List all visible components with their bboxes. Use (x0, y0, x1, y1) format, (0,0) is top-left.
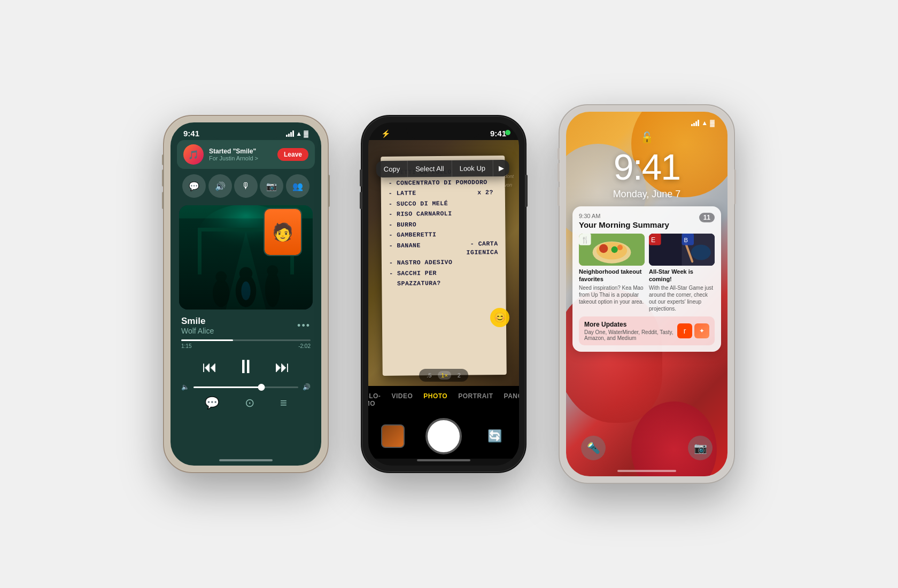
more-updates[interactable]: More Updates Day One, WaterMinder, Reddi… (579, 316, 715, 345)
ocr-emoji-button[interactable]: 😊 (490, 308, 509, 327)
leave-button[interactable]: Leave (277, 148, 308, 161)
volume-up-button-2[interactable] (360, 169, 362, 187)
flashlight-button[interactable]: 🔦 (581, 436, 606, 460)
home-bar-2 (417, 459, 470, 461)
volume-down-button[interactable] (162, 192, 164, 209)
fast-forward-button[interactable]: ⏭ (275, 358, 290, 376)
signal-bar-3-1 (691, 124, 693, 126)
signal-bar-1 (286, 135, 288, 137)
svg-text:🍴: 🍴 (581, 236, 590, 244)
volume-low-icon: 🔈 (181, 383, 189, 391)
volume-bar[interactable] (193, 386, 298, 388)
mic-button[interactable]: 🎙 (234, 174, 258, 198)
volume-down-button-2[interactable] (360, 192, 362, 209)
svg-point-26 (691, 245, 711, 260)
notification-badge: 11 (699, 213, 715, 222)
song-info: Smile Wolf Alice ••• (171, 312, 321, 337)
pause-button[interactable]: ⏸ (236, 355, 256, 378)
camera-modes: SLO-MO VIDEO PHOTO PORTRAIT PANO (368, 386, 519, 414)
more-updates-icons: r ✦ (677, 323, 709, 338)
shutter-button[interactable] (425, 418, 462, 454)
video-button[interactable]: 📷 (260, 174, 283, 198)
news-desc-1: Need inspiration? Kea Mao from Up Thai i… (579, 284, 645, 305)
video-mode[interactable]: VIDEO (391, 392, 413, 407)
slo-mo-mode[interactable]: SLO-MO (368, 392, 381, 407)
gallery-thumbnail[interactable] (381, 424, 405, 448)
camera-viewfinder: dont yon Copy Select All Look Up ▶ (368, 140, 519, 386)
select-all-menu-item[interactable]: Select All (408, 160, 452, 177)
silent-switch-3[interactable] (558, 148, 560, 160)
camera-shortcut-button[interactable]: 📷 (688, 436, 713, 460)
shutter-inner (430, 422, 458, 450)
power-button-2[interactable] (525, 175, 528, 207)
volume-down-button-3[interactable] (558, 187, 560, 206)
song-artist: Wolf Alice (181, 327, 214, 335)
power-button[interactable] (328, 175, 330, 207)
reddit-symbol: r (684, 327, 686, 335)
album-art: 🧑 (179, 205, 313, 310)
zoom-2x-button[interactable]: 2 (454, 371, 464, 380)
pano-mode[interactable]: PANO (504, 392, 519, 407)
photo-mode[interactable]: PHOTO (423, 392, 447, 407)
note-line-10: - SACCHI PER (389, 267, 498, 278)
context-menu: Copy Select All Look Up ▶ (376, 160, 510, 177)
rewind-button[interactable]: ⏮ (202, 358, 217, 376)
notification-title: Your Morning Summary (579, 220, 669, 229)
shareplay-banner[interactable]: 🎵 Started "Smile" For Justin Arnold > Le… (177, 140, 315, 169)
more-updates-text: More Updates Day One, WaterMinder, Reddi… (584, 321, 677, 341)
news-grid: 🍴 Neighborhood takeout favorites Need in… (579, 234, 715, 312)
signal-bar-4 (292, 130, 294, 137)
signal-bar-3-3 (695, 121, 697, 126)
more-updates-desc: Day One, WaterMinder, Reddit, Tasty, Ama… (584, 329, 677, 341)
note-line-6: - BURRO (389, 219, 498, 230)
signal-bars-3 (691, 120, 699, 126)
svg-point-16 (599, 244, 608, 253)
portrait-mode[interactable]: PORTRAIT (458, 392, 493, 407)
power-button-3[interactable] (734, 169, 736, 204)
people-icon: 👥 (292, 181, 303, 191)
tasty-symbol: ✦ (699, 327, 705, 335)
notch-1 (208, 122, 283, 138)
volume-up-button[interactable] (162, 169, 164, 187)
airplay-button[interactable]: ⊙ (245, 396, 254, 410)
speaker-button[interactable]: 🔊 (208, 174, 232, 198)
signal-bar-2 (288, 134, 290, 137)
notch-3 (609, 112, 684, 128)
chat-button[interactable]: 💬 (182, 174, 206, 198)
time-elapsed: 1:15 (181, 343, 191, 349)
time-remaining: -2:02 (298, 343, 311, 349)
speaker-icon: 🔊 (215, 181, 226, 191)
wifi-icon-1: ▲ (296, 130, 302, 137)
reddit-icon: r (677, 323, 692, 338)
flashlight-icon: 🔦 (587, 442, 600, 454)
zoom-0.5-button[interactable]: .5 (423, 371, 435, 380)
look-up-menu-item[interactable]: Look Up (452, 160, 493, 177)
facetime-thumbnail[interactable]: 🧑 (264, 208, 302, 256)
video-icon: 📷 (266, 181, 277, 191)
shareplay-text: Started "Smile" For Justin Arnold > (209, 148, 272, 161)
more-button[interactable]: ••• (297, 320, 311, 331)
people-button[interactable]: 👥 (286, 174, 309, 198)
phone-1: 9:41 ▲ ▓ 🎵 (163, 115, 329, 473)
news-item-1[interactable]: 🍴 Neighborhood takeout favorites Need in… (579, 234, 645, 312)
copy-menu-item[interactable]: Copy (376, 161, 408, 178)
flip-camera-button[interactable]: 🔄 (483, 424, 506, 448)
volume-thumb (258, 384, 265, 391)
silent-switch[interactable] (162, 154, 164, 165)
queue-button[interactable]: ≡ (280, 396, 287, 410)
news-item-2[interactable]: E B All-Star Week is coming! (649, 234, 715, 312)
home-bar-3 (617, 470, 676, 472)
lock-date: Monday, June 7 (566, 189, 727, 200)
phone-2-screen: ⚡ 9:41 dont yon (368, 122, 519, 466)
status-icons-1: ▲ ▓ (286, 130, 308, 137)
time-display: 1:15 -2:02 (181, 343, 311, 349)
paper-note: Copy Select All Look Up ▶ - PETTI DI POL… (381, 156, 507, 376)
volume-up-button-3[interactable] (558, 163, 560, 182)
progress-bar-container[interactable]: 1:15 -2:02 (171, 337, 321, 351)
morning-summary-notification[interactable]: 9:30 AM Your Morning Summary 11 (572, 206, 721, 352)
news-title-1: Neighborhood takeout favorites (579, 268, 645, 283)
lyrics-button[interactable]: 💬 (205, 396, 219, 410)
phone-3: ▲ ▓ 🔓 9:41 Monday, June 7 9:30 AM (559, 104, 735, 484)
phone-3-screen: ▲ ▓ 🔓 9:41 Monday, June 7 9:30 AM (566, 112, 727, 476)
zoom-1x-button[interactable]: 1× (438, 371, 451, 380)
